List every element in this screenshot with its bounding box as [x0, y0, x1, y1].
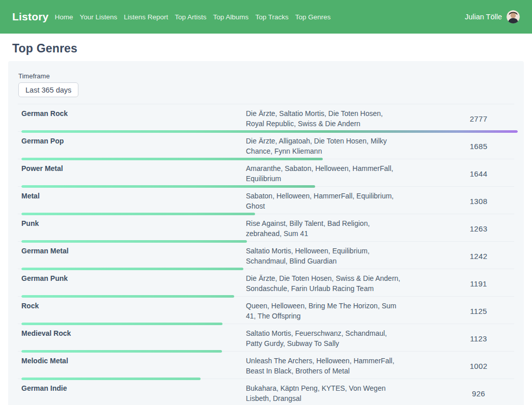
genre-top-artists: Rise Against, Billy Talent, Bad Religion…	[246, 218, 401, 239]
genre-bar	[21, 323, 222, 325]
genre-bar	[21, 295, 234, 298]
top-genres-card: Timeframe Last 365 days German Rock Die …	[8, 61, 524, 405]
genre-name: Power Metal	[21, 163, 246, 173]
brand-logo[interactable]: Listory	[12, 11, 48, 23]
genre-bar-gradient	[21, 268, 243, 270]
genre-bar	[21, 268, 243, 270]
genre-top-artists: Die Ärzte, Saltatio Mortis, Die Toten Ho…	[246, 108, 401, 129]
genre-top-artists: Amaranthe, Sabaton, Helloween, HammerFal…	[246, 163, 401, 184]
genre-top-artists: Queen, Helloween, Bring Me The Horizon, …	[246, 301, 401, 321]
genre-name: Rock	[21, 301, 246, 311]
genre-row: German Pop Die Ärzte, Alligatoah, Die To…	[18, 132, 514, 159]
genre-bar	[21, 350, 222, 353]
genre-row: German Indie Bukahara, Käptn Peng, KYTES…	[18, 379, 514, 405]
genre-top-artists: Die Ärzte, Alligatoah, Die Toten Hosen, …	[246, 136, 401, 156]
main-content: Top Genres Timeframe Last 365 days Germa…	[0, 34, 532, 405]
genre-top-artists: Saltatio Mortis, Feuerschwanz, Schandmau…	[246, 328, 401, 349]
genre-bar-gradient	[21, 240, 247, 243]
genre-top-artists: Unleash The Archers, Helloween, HammerFa…	[246, 356, 401, 376]
genre-row: Power Metal Amaranthe, Sabaton, Hellowee…	[18, 159, 514, 187]
genre-bar-gradient	[21, 158, 323, 160]
genre-row: Punk Rise Against, Billy Talent, Bad Rel…	[18, 214, 514, 242]
genre-row: German Rock Die Ärzte, Saltatio Mortis, …	[18, 104, 514, 132]
nav-item-top-genres[interactable]: Top Genres	[295, 12, 331, 21]
genre-bar-gradient	[21, 185, 315, 188]
genre-name: Punk	[21, 218, 246, 228]
genre-bar-gradient	[21, 295, 234, 298]
genre-row: Metal Sabaton, Helloween, HammerFall, Eq…	[18, 187, 514, 214]
genre-bar-gradient	[21, 378, 201, 380]
genre-listen-count: 1242	[443, 252, 514, 261]
user-avatar[interactable]	[507, 10, 520, 23]
genre-row: Rock Queen, Helloween, Bring Me The Hori…	[18, 297, 514, 324]
genre-row: Medieval Rock Saltatio Mortis, Feuerschw…	[18, 324, 514, 352]
nav-item-your-listens[interactable]: Your Listens	[79, 12, 117, 21]
genre-listen-count: 1644	[443, 169, 514, 178]
genre-bar	[21, 213, 255, 215]
genre-bar-gradient	[21, 350, 222, 353]
nav-item-listens-report[interactable]: Listens Report	[124, 12, 168, 21]
genre-name: German Pop	[21, 136, 246, 146]
genre-top-artists: Bukahara, Käptn Peng, KYTES, Von Wegen L…	[246, 383, 401, 403]
genre-listen-count: 1685	[443, 142, 514, 151]
genre-listen-count: 1308	[443, 197, 514, 206]
genre-listen-count: 926	[443, 389, 514, 398]
genre-bar-gradient	[21, 213, 255, 215]
genre-listen-count: 1263	[443, 224, 514, 233]
genre-bar	[21, 378, 201, 380]
genre-name: German Indie	[21, 383, 246, 393]
genre-listen-count: 1191	[443, 279, 514, 288]
user-menu[interactable]: Julian Tölle	[465, 10, 520, 23]
genre-table-body: German Rock Die Ärzte, Saltatio Mortis, …	[18, 104, 514, 405]
timeframe-filter: Timeframe Last 365 days	[8, 72, 524, 97]
genre-bar	[21, 130, 518, 133]
genre-name: Metal	[21, 191, 246, 201]
timeframe-select[interactable]: Last 365 days	[18, 82, 78, 97]
genre-row: Melodic Metal Unleash The Archers, Hello…	[18, 352, 514, 379]
genre-listen-count: 1125	[443, 307, 514, 315]
user-name: Julian Tölle	[465, 13, 502, 21]
timeframe-label: Timeframe	[18, 72, 514, 80]
nav-item-top-tracks[interactable]: Top Tracks	[255, 12, 288, 21]
nav-item-top-artists[interactable]: Top Artists	[175, 12, 206, 21]
genre-row: German Punk Die Ärzte, Die Toten Hosen, …	[18, 269, 514, 297]
genre-bar	[21, 240, 247, 243]
genre-bar	[21, 158, 323, 160]
genre-listen-count: 1002	[443, 362, 514, 370]
navbar: Listory Home Your Listens Listens Report…	[0, 0, 532, 34]
genre-bar-gradient	[21, 130, 518, 133]
genre-bar	[21, 185, 315, 188]
genre-row: German Metal Saltatio Mortis, Helloween,…	[18, 242, 514, 269]
genre-listen-count: 1123	[443, 334, 514, 343]
genre-name: Melodic Metal	[21, 356, 246, 366]
genre-listen-count: 2777	[443, 114, 514, 123]
user-avatar-image	[507, 10, 520, 23]
genre-top-artists: Die Ärzte, Die Toten Hosen, Swiss & Die …	[246, 273, 401, 294]
genre-top-artists: Saltatio Mortis, Helloween, Equilibrium,…	[246, 246, 401, 266]
genre-bar-gradient	[21, 323, 222, 325]
genre-top-artists: Sabaton, Helloween, HammerFall, Equilibr…	[246, 191, 401, 211]
page-title: Top Genres	[12, 42, 520, 55]
genre-name: German Punk	[21, 273, 246, 283]
genre-name: German Metal	[21, 246, 246, 256]
genre-name: German Rock	[21, 108, 246, 119]
genre-name: Medieval Rock	[21, 328, 246, 338]
nav-links: Home Your Listens Listens Report Top Art…	[54, 12, 330, 21]
nav-item-top-albums[interactable]: Top Albums	[213, 12, 249, 21]
nav-item-home[interactable]: Home	[54, 12, 73, 21]
